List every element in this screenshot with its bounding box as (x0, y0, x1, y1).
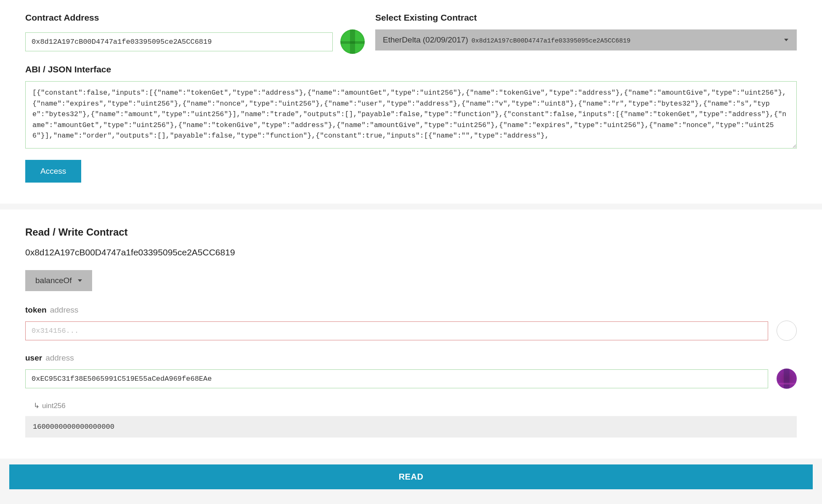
output-value: 1600000000000000000 (25, 416, 797, 438)
read-write-address: 0x8d12A197cB00D4747a1fe03395095ce2A5CC68… (25, 247, 797, 257)
abi-textarea[interactable] (25, 81, 797, 149)
output-block: uint256 1600000000000000000 (34, 401, 797, 438)
select-existing-contract-dropdown[interactable]: EtherDelta (02/09/2017) 0x8d12A197cB00D4… (375, 29, 797, 50)
output-type-label: uint256 (34, 401, 797, 410)
param-label-user: user address (25, 353, 797, 363)
chevron-down-icon (784, 39, 788, 41)
param-label-token: token address (25, 305, 797, 315)
token-address-input[interactable] (25, 321, 768, 340)
address-identicon-icon (340, 29, 365, 54)
contract-address-label: Contract Address (25, 13, 365, 23)
function-select-dropdown[interactable]: balanceOf (25, 270, 92, 291)
param-name: user (25, 353, 42, 363)
user-identicon-icon (777, 369, 797, 389)
abi-label: ABI / JSON Interface (25, 64, 797, 74)
param-type: address (50, 305, 79, 315)
param-name: token (25, 305, 47, 315)
contract-config-panel: Contract Address Select Existing Contrac… (0, 0, 822, 204)
contract-address-input[interactable] (25, 32, 333, 51)
selected-contract-address: 0x8d12A197cB00D4747a1fe03395095ce2A5CC68… (472, 37, 631, 45)
select-existing-label: Select Existing Contract (375, 13, 797, 23)
selected-contract-name: EtherDelta (02/09/2017) (383, 35, 468, 45)
read-button[interactable]: READ (9, 464, 813, 489)
read-write-title: Read / Write Contract (25, 226, 797, 238)
chevron-down-icon (78, 279, 82, 282)
read-write-panel: Read / Write Contract 0x8d12A197cB00D474… (0, 210, 822, 459)
user-address-input[interactable] (25, 369, 768, 388)
token-identicon-icon (777, 321, 797, 341)
param-type: address (45, 353, 74, 363)
access-button[interactable]: Access (25, 160, 81, 183)
function-selected-name: balanceOf (35, 276, 72, 285)
